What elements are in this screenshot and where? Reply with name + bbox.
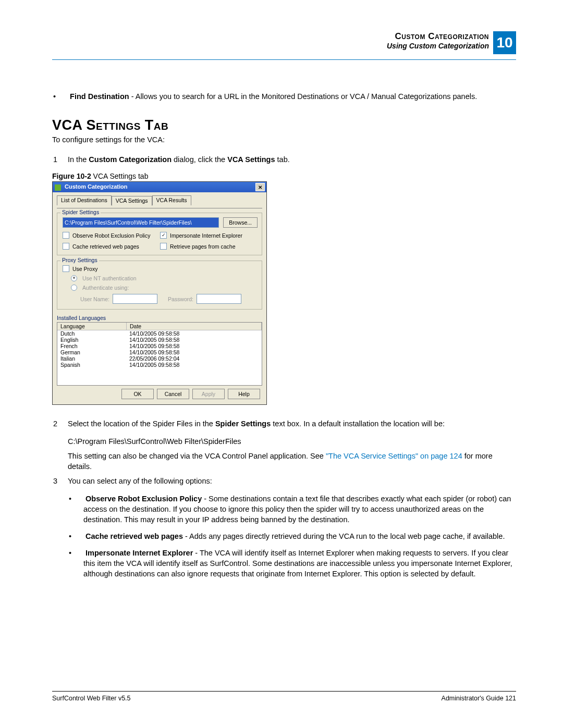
checkbox-use-proxy[interactable] [63,265,69,272]
cancel-button[interactable]: Cancel [157,389,189,399]
step3-item-2: Cache retrieved web pages - Adds any pag… [83,531,516,541]
label-nt-auth: Use NT authentication [82,275,137,281]
step-3: 3You can select any of the following opt… [68,476,516,486]
footer-left: SurfControl Web Filter v5.5 [52,695,131,702]
step2-bold: Spider Settings [215,419,271,428]
table-row[interactable]: German14/10/2005 09:58:58 [57,349,262,355]
checkbox-retrieve-cache[interactable] [160,243,167,250]
label-cache-pages: Cache retrieved web pages [72,243,139,250]
checkbox-observe-robot[interactable] [63,232,69,239]
lang-cell: French [57,343,126,349]
lang-header-date[interactable]: Date [127,323,262,330]
lang-date: 14/10/2005 09:58:58 [126,349,262,355]
table-row[interactable]: Italian22/05/2006 09:52:04 [57,355,262,362]
language-table[interactable]: Language Date Dutch14/10/2005 09:58:58 E… [57,322,262,386]
table-row[interactable]: Dutch14/10/2005 09:58:58 [57,330,262,337]
step-2: 2Select the location of the Spider Files… [68,418,516,429]
lang-date: 14/10/2005 09:58:58 [126,362,262,368]
header-title: Custom Categorization [387,31,489,42]
tab-vca-settings[interactable]: VCA Settings [112,196,152,206]
lang-cell: German [57,349,126,355]
page-header: Custom Categorization Using Custom Categ… [52,31,516,54]
step2-path: C:\Program Files\SurfControl\Web Filter\… [68,436,516,447]
checkbox-impersonate-ie[interactable] [160,232,167,239]
step-3-num: 3 [53,476,68,486]
group-proxy-settings: Proxy Settings Use Proxy Use NT authenti… [57,261,262,310]
label-retrieve-cache: Retrieve pages from cache [170,243,235,250]
step-list: 1In the Custom Categorization dialog, cl… [52,154,516,165]
tab-list-of-destinations[interactable]: List of Destinations [57,195,112,205]
legend-spider: Spider Settings [60,209,101,215]
dialog-custom-categorization: Custom Categorization ✕ List of Destinat… [52,181,267,405]
figure-label: Figure 10-2 [52,172,91,180]
browse-button[interactable]: Browse... [223,217,258,228]
step2-post: text box. In a default installation the … [271,419,445,428]
step3-item-2-bold: Cache retrieved web pages [85,532,183,540]
link-vca-service-settings[interactable]: "The VCA Service Settings" on page 124 [326,452,462,460]
step-list-2: 2Select the location of the Spider Files… [52,418,516,429]
step3-intro: You can select any of the following opti… [68,477,212,485]
label-installed-languages: Installed Languages [57,315,262,321]
step1-pre: In the [68,155,89,164]
table-row[interactable]: English14/10/2005 09:58:58 [57,337,262,343]
lang-cell: Italian [57,355,126,362]
step3-sublist: Observe Robot Exclusion Policy - Some de… [52,493,516,579]
header-subtitle: Using Custom Categorization [387,42,489,50]
dialog-tabs: List of Destinations VCA Settings VCA Re… [57,195,262,205]
password-field[interactable] [197,294,241,304]
step3-item-3-bold: Impersonate Internet Explorer [85,549,193,557]
radio-auth-using[interactable] [71,285,77,291]
step-2-num: 2 [53,418,68,429]
tab-vca-results[interactable]: VCA Results [152,195,191,205]
table-row[interactable]: French14/10/2005 09:58:58 [57,343,262,349]
step-1-num: 1 [53,154,68,165]
intro-bullet-bold: Find Destination [70,92,129,101]
step2-pre: Select the location of the Spider Files … [68,419,215,428]
lang-cell: English [57,337,126,343]
step3-item-1-bold: Observe Robot Exclusion Policy [85,495,202,503]
step-1: 1In the Custom Categorization dialog, cl… [68,154,516,165]
lang-cell: Dutch [57,330,126,337]
apply-button[interactable]: Apply [192,389,225,399]
chapter-badge: 10 [493,31,516,54]
lang-date: 14/10/2005 09:58:58 [126,343,262,349]
figure-text: VCA Settings tab [91,172,149,180]
label-use-proxy: Use Proxy [72,266,97,272]
step3-item-3: Impersonate Internet Explorer - The VCA … [83,548,516,579]
section-intro: To configure settings for the VCA: [52,135,516,144]
window-icon [55,184,61,191]
help-button[interactable]: Help [228,389,260,399]
header-rule [52,59,516,60]
lang-header-language[interactable]: Language [57,323,127,330]
table-row[interactable]: Spanish14/10/2005 09:58:58 [57,362,262,368]
username-field[interactable] [113,294,157,304]
label-auth-using: Authenticate using: [82,285,129,291]
step1-mid: dialog, click the [172,155,227,164]
step3-item-1: Observe Robot Exclusion Policy - Some de… [83,493,516,525]
label-password: Password: [168,296,193,302]
step-list-3: 3You can select any of the following opt… [52,476,516,486]
spider-path-input[interactable] [63,217,219,228]
lang-date: 14/10/2005 09:58:58 [126,330,262,337]
legend-proxy: Proxy Settings [60,257,99,263]
intro-bullet: Find Destination - Allows you to search … [68,91,516,102]
step1-bold1: Custom Categorization [89,155,172,164]
page-footer: SurfControl Web Filter v5.5 Administrato… [52,691,516,702]
ok-button[interactable]: OK [121,389,154,399]
close-icon[interactable]: ✕ [255,183,265,191]
label-observe-robot: Observe Robot Exclusion Policy [72,232,150,239]
checkbox-cache-pages[interactable] [63,243,69,250]
group-spider-settings: Spider Settings Browse... Observe Robot … [57,213,262,255]
dialog-title: Custom Categorization [65,183,127,190]
intro-bullet-rest: - Allows you to search for a URL in the … [129,92,478,101]
footer-right: Administrator's Guide 121 [442,695,516,702]
dialog-titlebar[interactable]: Custom Categorization ✕ [53,182,266,192]
lang-cell: Spanish [57,362,126,368]
lang-date: 14/10/2005 09:58:58 [126,337,262,343]
figure-caption: Figure 10-2 VCA Settings tab [52,172,516,180]
footer-rule [52,691,516,692]
radio-nt-auth[interactable] [71,275,77,281]
step3-item-2-rest: - Adds any pages directly retrieved duri… [183,532,505,540]
label-impersonate-ie: Impersonate Internet Explorer [170,232,242,239]
step1-post: tab. [275,155,290,164]
